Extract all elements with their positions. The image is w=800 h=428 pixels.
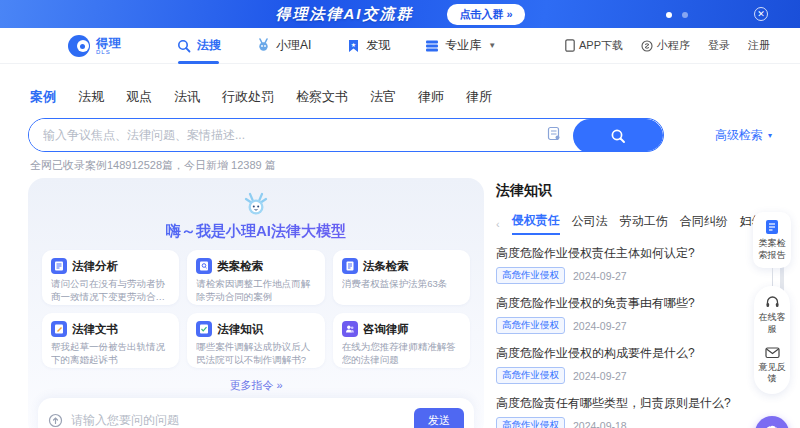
tab-judges[interactable]: 法官 (370, 88, 396, 112)
logo-icon (68, 35, 90, 57)
tab-law-firms[interactable]: 律所 (466, 88, 492, 112)
feature-title: 类案检索 (217, 259, 263, 274)
knowledge-item[interactable]: 高度危险责任有哪些类型，归责原则是什么? 高危作业侵权2024-09-18 (496, 395, 762, 428)
card-legal-knowledge[interactable]: 法律知识 哪些案件调解达成协议后人民法院可以不制作调解书? (187, 313, 324, 368)
statute-search-icon (342, 258, 358, 274)
ask-input-bar[interactable]: 请输入您要问的问题 发送 (38, 398, 474, 428)
feedback-label: 意见反馈 (757, 362, 787, 385)
feature-title: 法律分析 (72, 259, 118, 274)
tab-labor-injury[interactable]: 劳动工伤 (620, 213, 668, 234)
question-text: 高度危险责任有哪些类型，归责原则是什么? (496, 395, 762, 412)
card-similar-case-search[interactable]: 类案检索 请检索因调整工作地点而解除劳动合同的案例 (187, 250, 324, 305)
legal-analysis-icon (51, 258, 67, 274)
mini-program-link[interactable]: 小程序 (641, 38, 690, 53)
promo-banner: 得理法律AI交流群 点击入群 » ✕ (0, 0, 800, 28)
item-date: 2024-09-18 (573, 420, 627, 428)
search-input[interactable] (29, 119, 547, 151)
online-service-tool[interactable]: 在线客服 (757, 295, 787, 335)
tab-tort-liability[interactable]: 侵权责任 (512, 212, 560, 235)
logo-text-cn: 得理 (96, 37, 122, 49)
nav-item-pro-library[interactable]: 专业库 ▼ (424, 28, 496, 64)
bunny-mascot-icon (243, 192, 269, 222)
feature-title: 法条检索 (363, 259, 409, 274)
carousel-dot-active[interactable] (666, 12, 672, 18)
mini-program-label: 小程序 (657, 38, 690, 53)
card-consult-lawyer[interactable]: 咨询律师 在线为您推荐律师精准解答您的法律问题 (333, 313, 470, 368)
divider (772, 268, 773, 286)
nav-item-law-search[interactable]: 法搜 (176, 28, 221, 64)
chevron-down-icon: ▾ (768, 131, 772, 140)
legal-document-icon (51, 321, 67, 337)
nav-item-xiaoli-ai[interactable]: 小理AI (255, 28, 311, 64)
contact-tools: 在线客服 意见反馈 (754, 286, 790, 394)
tab-statutes[interactable]: 法规 (78, 88, 104, 112)
tab-contract-dispute[interactable]: 合同纠纷 (680, 213, 728, 234)
nav-label: 小理AI (276, 37, 311, 54)
card-statute-search[interactable]: 法条检索 消费者权益保护法第63条 (333, 250, 470, 305)
more-commands-link[interactable]: 更多指令 » (28, 378, 484, 393)
tab-cases[interactable]: 案例 (30, 88, 56, 112)
chevron-down-icon: ▼ (488, 41, 496, 50)
smart-entry-icon[interactable] (547, 126, 561, 145)
item-date: 2024-09-27 (573, 270, 627, 282)
ai-robot-fab[interactable] (755, 416, 789, 428)
knowledge-item[interactable]: 高度危险作业侵权的构成要件是什么? 高危作业侵权2024-09-27 (496, 345, 762, 384)
knowledge-item[interactable]: 高度危险作业侵权的免责事由有哪些? 高危作业侵权2024-09-27 (496, 295, 762, 334)
app-download-link[interactable]: APP下载 (565, 38, 623, 53)
login-link[interactable]: 登录 (708, 38, 730, 53)
consult-lawyer-icon (342, 321, 358, 337)
case-report-tool[interactable]: 类案检索报告 (753, 212, 791, 268)
feature-desc: 在线为您推荐律师精准解答您的法律问题 (342, 341, 461, 367)
send-button[interactable]: 发送 (414, 408, 464, 428)
card-legal-document[interactable]: 法律文书 帮我起草一份被告出轨情况下的离婚起诉书 (42, 313, 179, 368)
feature-desc: 帮我起草一份被告出轨情况下的离婚起诉书 (51, 341, 170, 367)
law-search-icon (176, 38, 192, 54)
mini-program-icon (641, 40, 653, 52)
svg-text:★: ★ (351, 42, 356, 48)
feature-cards: 法律分析 请问公司在没有与劳动者协商一致情况下变更劳动合同相关的法律风险有哪些?… (42, 250, 470, 368)
search-button[interactable] (573, 119, 663, 152)
tab-company-law[interactable]: 公司法 (572, 213, 608, 234)
tab-admin-penalties[interactable]: 行政处罚 (222, 88, 274, 112)
question-text: 高度危险作业侵权责任主体如何认定? (496, 245, 762, 262)
feature-desc: 请问公司在没有与劳动者协商一致情况下变更劳动合同相关的法律风险有哪些? (51, 278, 170, 304)
banner-close-icon[interactable]: ✕ (754, 7, 768, 21)
tab-procuratorate-docs[interactable]: 检察文书 (296, 88, 348, 112)
online-service-label: 在线客服 (757, 312, 787, 335)
nav-item-discover[interactable]: ★ 发现 (345, 28, 390, 64)
banner-title: 得理法律AI交流群 (275, 5, 413, 24)
search-pill (28, 118, 664, 152)
tab-law-news[interactable]: 法讯 (174, 88, 200, 112)
knowledge-item[interactable]: 高度危险作业侵权责任主体如何认定? 高危作业侵权2024-09-27 (496, 245, 762, 284)
join-group-button[interactable]: 点击入群 » (447, 4, 524, 25)
bunny-ai-icon (255, 38, 271, 54)
nav-label: 法搜 (197, 37, 221, 54)
nav-label: 发现 (366, 37, 390, 54)
main-nav: 法搜 小理AI ★ 发现 专业库 ▼ (176, 28, 496, 64)
database-icon (424, 38, 440, 54)
advanced-search-link[interactable]: 高级检索 ▾ (715, 127, 772, 144)
feature-desc: 消费者权益保护法第63条 (342, 278, 461, 291)
category-badge: 高危作业侵权 (496, 367, 565, 384)
legal-knowledge-panel: 法律知识 ‹ 侵权责任 公司法 劳动工伤 合同纠纷 妇幼权益 › 高度危险作业侵… (496, 182, 762, 428)
side-toolbar: 类案检索报告 在线客服 意见反馈 (752, 212, 792, 428)
carousel-dot[interactable] (682, 12, 688, 18)
register-link[interactable]: 注册 (748, 38, 770, 53)
question-text: 高度危险作业侵权的构成要件是什么? (496, 345, 762, 362)
page: 得理法律AI交流群 点击入群 » ✕ 得理 DLS 法搜 (0, 0, 800, 428)
headset-icon (765, 295, 780, 309)
ai-sparkle-icon (763, 424, 781, 428)
category-tabs: 案例 法规 观点 法讯 行政处罚 检察文书 法官 律师 律所 (30, 88, 492, 112)
chevron-left-icon[interactable]: ‹ (496, 218, 500, 230)
knowledge-list: 高度危险作业侵权责任主体如何认定? 高危作业侵权2024-09-27 高度危险作… (496, 245, 762, 428)
header-right: APP下载 小程序 登录 注册 (565, 38, 770, 53)
ask-input-placeholder[interactable]: 请输入您要问的问题 (71, 412, 414, 428)
ai-model-title: 嗨～我是小理AI法律大模型 (28, 222, 484, 241)
logo[interactable]: 得理 DLS (68, 35, 122, 57)
carousel-dots[interactable] (666, 12, 688, 18)
card-legal-analysis[interactable]: 法律分析 请问公司在没有与劳动者协商一致情况下变更劳动合同相关的法律风险有哪些? (42, 250, 179, 305)
tab-opinions[interactable]: 观点 (126, 88, 152, 112)
tab-lawyers[interactable]: 律师 (418, 88, 444, 112)
feedback-tool[interactable]: 意见反馈 (757, 346, 787, 385)
mail-icon (765, 346, 780, 359)
